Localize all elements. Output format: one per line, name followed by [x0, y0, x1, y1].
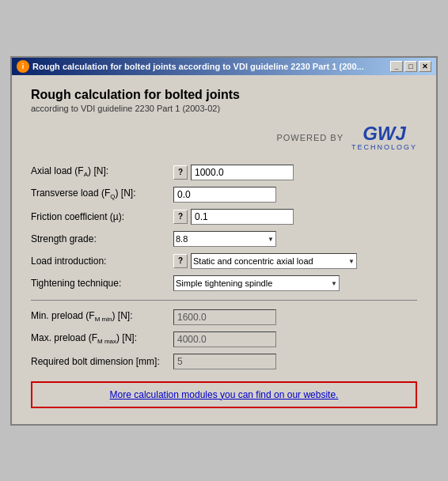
content-area: Rough calculation for bolted joints acco… — [12, 75, 436, 424]
min-preload-row: Min. preload (FM min) [N]: — [31, 309, 417, 326]
axial-load-input[interactable] — [191, 165, 294, 180]
main-title: Rough calculation for bolted joints — [31, 88, 417, 102]
title-buttons: _ □ ✕ — [390, 61, 431, 72]
restore-button[interactable]: □ — [404, 61, 417, 72]
window-title: Rough calculation for bolted joints acco… — [32, 62, 364, 71]
transverse-load-controls — [173, 187, 417, 203]
friction-help-button[interactable]: ? — [173, 210, 188, 224]
max-preload-controls — [173, 331, 417, 347]
tightening-select-wrapper: Simple tightening spindle Torque wrench … — [173, 275, 340, 291]
tightening-label: Tightening technique: — [31, 278, 173, 289]
friction-input[interactable] — [191, 209, 294, 225]
axial-load-controls: ? — [173, 165, 417, 180]
divider — [31, 300, 417, 301]
bolt-dim-input — [173, 354, 276, 369]
bolt-dim-controls — [173, 354, 417, 369]
strength-grade-select-wrapper: 8.8 10.9 12.9 — [173, 231, 276, 247]
friction-label: Friction coefficient (µ): — [31, 211, 173, 222]
strength-grade-label: Strength grade: — [31, 233, 173, 244]
title-bar: i Rough calculation for bolted joints ac… — [12, 58, 436, 75]
brand-row: POWERED BY GWJ TECHNOLOGY — [31, 124, 417, 151]
axial-load-help-button[interactable]: ? — [173, 165, 188, 180]
app-icon-label: i — [22, 62, 25, 70]
max-preload-label: Max. preload (FM max) [N]: — [31, 332, 173, 345]
tightening-controls: Simple tightening spindle Torque wrench … — [173, 275, 417, 291]
strength-grade-select[interactable]: 8.8 10.9 12.9 — [173, 231, 276, 247]
transverse-load-label: Transverse load (FQ) [N]: — [31, 187, 173, 200]
subtitle: according to VDI guideline 2230 Part 1 (… — [31, 104, 417, 113]
minimize-button[interactable]: _ — [390, 61, 403, 72]
main-window: i Rough calculation for bolted joints ac… — [10, 56, 438, 426]
max-preload-row: Max. preload (FM max) [N]: — [31, 331, 417, 348]
website-link[interactable]: More calculation modules you can find on… — [110, 389, 339, 400]
load-intro-label: Load introduction: — [31, 256, 173, 267]
min-preload-controls — [173, 309, 417, 325]
load-intro-select[interactable]: Static and concentric axial load Dynamic… — [191, 253, 357, 269]
axial-load-label: Axial load (FA) [N]: — [31, 165, 173, 178]
load-intro-controls: ? Static and concentric axial load Dynam… — [173, 253, 417, 269]
load-intro-select-wrapper: Static and concentric axial load Dynamic… — [191, 253, 357, 269]
strength-grade-row: Strength grade: 8.8 10.9 12.9 — [31, 230, 417, 248]
tightening-row: Tightening technique: Simple tightening … — [31, 275, 417, 292]
load-intro-row: Load introduction: ? Static and concentr… — [31, 252, 417, 270]
brand-name: GWJ — [351, 124, 417, 143]
link-box[interactable]: More calculation modules you can find on… — [31, 381, 417, 408]
bolt-dim-row: Required bolt dimension [mm]: — [31, 353, 417, 370]
friction-row: Friction coefficient (µ): ? — [31, 208, 417, 225]
transverse-load-input[interactable] — [173, 187, 276, 203]
form-section: Axial load (FA) [N]: ? Transverse load (… — [31, 164, 417, 370]
title-bar-left: i Rough calculation for bolted joints ac… — [17, 60, 364, 73]
max-preload-input — [173, 331, 276, 347]
tightening-select[interactable]: Simple tightening spindle Torque wrench … — [173, 275, 340, 291]
load-intro-help-button[interactable]: ? — [173, 254, 188, 268]
brand-sub: TECHNOLOGY — [351, 143, 417, 151]
min-preload-input — [173, 309, 276, 325]
transverse-load-row: Transverse load (FQ) [N]: — [31, 186, 417, 203]
min-preload-label: Min. preload (FM min) [N]: — [31, 310, 173, 323]
bolt-dim-label: Required bolt dimension [mm]: — [31, 356, 173, 367]
strength-grade-controls: 8.8 10.9 12.9 — [173, 231, 417, 247]
close-button[interactable]: ✕ — [419, 61, 431, 72]
powered-by-label: POWERED BY — [276, 133, 344, 142]
axial-load-row: Axial load (FA) [N]: ? — [31, 164, 417, 181]
gwj-logo: GWJ TECHNOLOGY — [351, 124, 417, 151]
friction-controls: ? — [173, 209, 417, 225]
app-icon: i — [17, 60, 29, 73]
